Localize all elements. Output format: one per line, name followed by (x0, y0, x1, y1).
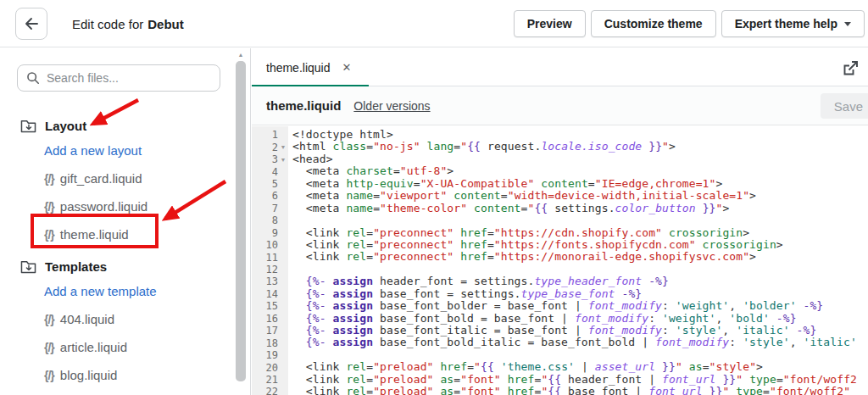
chevron-down-icon (844, 22, 851, 26)
search-files-input[interactable] (47, 71, 211, 85)
liquid-file-icon: {/} (44, 341, 54, 354)
close-tab-icon[interactable]: ✕ (342, 61, 352, 74)
code-line-4[interactable]: <meta charset="utf-8"> (292, 165, 868, 177)
code-line-1[interactable]: <!doctype html> (292, 129, 868, 141)
gutter-row: 9 (252, 227, 288, 239)
gutter-row: 2▼ (252, 141, 288, 153)
code-line-10[interactable]: <link rel="preconnect" href="https://fon… (292, 239, 868, 251)
file-item-blog.liquid[interactable]: {/}blog.liquid (0, 361, 237, 389)
code-content[interactable]: <!doctype html><html class="no-js" lang=… (292, 129, 868, 395)
file-label: password.liquid (60, 199, 147, 214)
code-line-16[interactable]: {%- assign base_font_bold = base_font | … (292, 313, 868, 325)
line-number: 18 (252, 337, 278, 349)
add-new-template-link[interactable]: Add a new template (0, 277, 237, 305)
code-line-6[interactable]: <meta name="viewport" content="width=dev… (292, 190, 868, 202)
theme-name: Debut (147, 17, 184, 31)
line-number: 7 (252, 203, 278, 214)
code-line-9[interactable]: <link rel="preconnect" href="https://cdn… (292, 227, 868, 239)
code-line-12[interactable] (292, 264, 868, 275)
code-line-19[interactable] (292, 349, 868, 361)
code-line-18[interactable]: {%- assign base_font_bold_italic = base_… (292, 337, 868, 348)
section-label: Layout (45, 119, 86, 133)
file-label: blog.liquid (60, 368, 118, 382)
fold-caret-icon[interactable]: ▼ (278, 157, 288, 163)
code-line-14[interactable]: {%- assign base_font = settings.type_bas… (292, 288, 868, 300)
open-file-title: theme.liquid (266, 98, 341, 113)
tab-label: theme.liquid (266, 61, 331, 75)
line-number: 13 (252, 275, 278, 287)
save-button[interactable]: Save (821, 93, 868, 119)
section-label: Templates (45, 259, 107, 274)
gutter-row: 8 (252, 214, 288, 226)
code-line-8[interactable] (292, 214, 868, 226)
customize-theme-button[interactable]: Customize theme (591, 10, 716, 37)
line-number: 3 (252, 153, 278, 165)
page-title: Edit code for Debut (72, 0, 184, 47)
line-number: 16 (252, 313, 278, 325)
file-item-gift_card.liquid[interactable]: {/}gift_card.liquid (0, 164, 237, 192)
arrow-left-icon (23, 16, 40, 31)
tab-theme-liquid[interactable]: theme.liquid ✕ (252, 48, 369, 86)
code-line-20[interactable]: <link rel="preload" href="{{ 'theme.css'… (292, 361, 868, 373)
file-label: article.liquid (60, 340, 127, 354)
file-item-article.liquid[interactable]: {/}article.liquid (0, 333, 237, 361)
gutter-row: 13 (252, 275, 288, 287)
preview-button[interactable]: Preview (514, 10, 586, 37)
code-line-5[interactable]: <meta http-equiv="X-UA-Compatible" conte… (292, 178, 868, 190)
section-header-templates[interactable]: Templates (0, 255, 237, 277)
gutter-row: 6 (252, 190, 288, 202)
gutter-row: 19 (252, 349, 288, 361)
file-item-404.liquid[interactable]: {/}404.liquid (0, 305, 237, 333)
line-number: 6 (252, 190, 278, 202)
code-line-2[interactable]: <html class="no-js" lang="{{ request.loc… (292, 141, 868, 153)
scrollbar-up-arrow-icon[interactable]: ▲ (235, 50, 247, 60)
editor-panel: theme.liquid ✕ theme.liquid Older versio… (252, 48, 868, 395)
code-line-15[interactable]: {%- assign base_font_bolder = base_font … (292, 300, 868, 312)
fold-caret-icon[interactable]: ▼ (278, 144, 288, 150)
code-editor[interactable]: 12▼3▼45678910111213141516171819202122 <!… (252, 126, 868, 395)
top-bar-actions: Preview Customize theme Expert theme hel… (514, 10, 865, 37)
gutter-row: 21 (252, 374, 288, 386)
scrollbar-thumb[interactable] (236, 61, 246, 381)
code-line-13[interactable]: {%- assign header_font = settings.type_h… (292, 275, 868, 287)
liquid-file-icon: {/} (44, 172, 54, 186)
line-number: 5 (252, 178, 278, 190)
line-number: 8 (252, 214, 278, 226)
code-line-17[interactable]: {%- assign base_font_italic = base_font … (292, 325, 868, 337)
gutter-row: 7 (252, 203, 288, 214)
back-button[interactable] (15, 8, 47, 40)
line-number: 20 (252, 362, 278, 374)
add-new-layout-link[interactable]: Add a new layout (0, 136, 237, 164)
gutter-row: 1 (252, 129, 288, 141)
expand-editor-button[interactable] (840, 58, 860, 78)
line-number: 9 (252, 227, 278, 239)
code-line-3[interactable]: <head> (292, 153, 868, 165)
section-header-layout[interactable]: Layout (0, 114, 237, 136)
gutter-row: 22 (252, 386, 288, 395)
line-number: 17 (252, 325, 278, 337)
file-item-theme.liquid[interactable]: {/}theme.liquid (0, 220, 237, 248)
gutter-row: 20 (252, 361, 288, 373)
gutter-row: 11 (252, 251, 288, 263)
line-number: 21 (252, 374, 278, 386)
code-line-21[interactable]: <link rel="preload" as="font" href="{{ h… (292, 374, 868, 386)
gutter-row: 18 (252, 337, 288, 348)
gutter-row: 3▼ (252, 153, 288, 165)
line-number: 1 (252, 129, 278, 141)
older-versions-link[interactable]: Older versions (353, 99, 430, 113)
code-line-7[interactable]: <meta name="theme-color" content="{{ set… (292, 203, 868, 214)
line-number: 11 (252, 252, 278, 264)
liquid-file-icon: {/} (44, 228, 54, 242)
file-item-cart.liquid[interactable]: {/}cart.liquid (0, 389, 237, 395)
code-line-22[interactable]: <link rel="preload" as="font" href="{{ b… (292, 386, 868, 395)
line-number: 4 (252, 166, 278, 178)
editor-toolbar: theme.liquid Older versions Save (252, 86, 868, 125)
expand-diagonal-icon (842, 59, 860, 77)
file-item-password.liquid[interactable]: {/}password.liquid (0, 192, 237, 220)
search-files-box (17, 64, 220, 92)
liquid-file-icon: {/} (44, 369, 54, 382)
gutter-row: 14 (252, 288, 288, 300)
sidebar-scrollbar[interactable]: ▲ (235, 50, 247, 395)
expert-theme-help-button[interactable]: Expert theme help (721, 10, 865, 37)
code-line-11[interactable]: <link rel="preconnect" href="https://mon… (292, 251, 868, 263)
